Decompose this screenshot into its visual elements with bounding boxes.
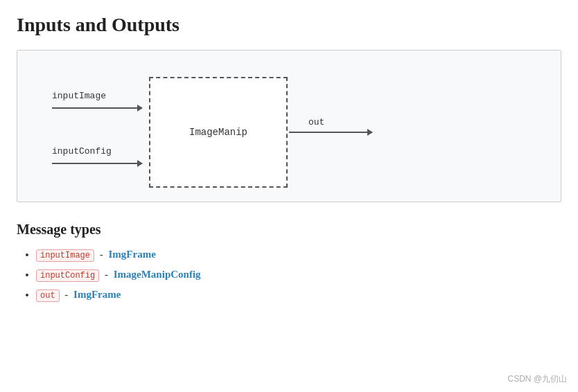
output-arrow [289, 132, 372, 133]
input-image-arrow [52, 107, 142, 109]
badge-input-config: inputConfig [36, 269, 99, 282]
separator-1: - [105, 269, 108, 280]
diagram-container: inputImage inputConfig ImageManip out [17, 50, 561, 202]
separator-2: - [64, 289, 68, 300]
type-link-img-frame-0[interactable]: ImgFrame [109, 249, 156, 260]
type-link-image-manip-config[interactable]: ImageManipConfig [114, 269, 201, 280]
message-types-list: inputImage - ImgFrame inputConfig - Imag… [17, 249, 561, 302]
node-label: ImageManip [189, 127, 247, 138]
input-config-label: inputConfig [52, 146, 112, 157]
list-item: inputConfig - ImageManipConfig [36, 269, 561, 282]
message-types-heading: Message types [17, 222, 561, 238]
type-link-img-frame-1[interactable]: ImgFrame [73, 289, 121, 300]
badge-out: out [36, 289, 60, 302]
separator-0: - [100, 249, 103, 260]
node-box: ImageManip [149, 77, 288, 188]
input-config-arrow [52, 163, 142, 164]
input-image-label: inputImage [52, 91, 106, 101]
diagram-inner: inputImage inputConfig ImageManip out [38, 64, 540, 188]
list-item: out - ImgFrame [36, 289, 561, 302]
list-item: inputImage - ImgFrame [36, 249, 561, 262]
output-label: out [308, 117, 324, 127]
badge-input-image: inputImage [36, 249, 94, 262]
watermark: CSDN @九仞山 [507, 373, 567, 385]
page-title: Inputs and Outputs [17, 14, 561, 36]
